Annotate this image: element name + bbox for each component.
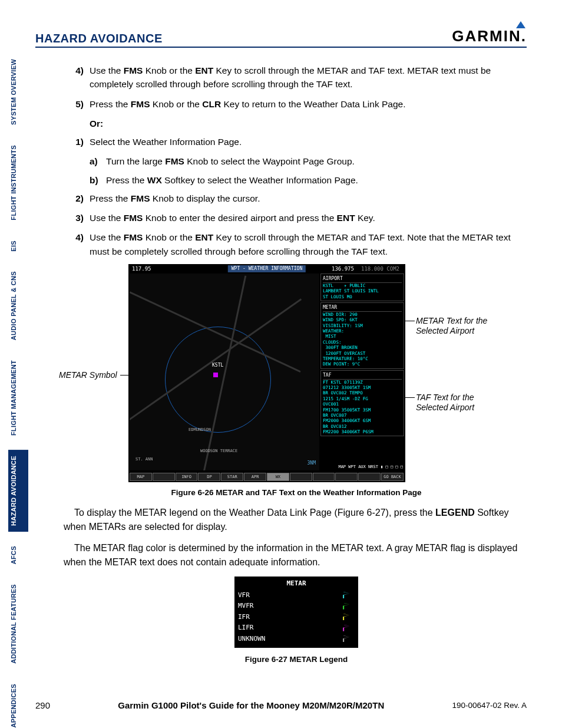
legend-row-lifr: LIFR <box>238 622 355 634</box>
nav-tab-afcs[interactable]: AFCS <box>8 540 28 570</box>
step-text: Press the FMS Knob to display the cursor… <box>90 192 523 205</box>
legend-row-unknown: UNKNOWN <box>238 634 355 645</box>
step: 4)Use the FMS Knob or the ENT Key to scr… <box>70 64 523 91</box>
step-number: 3) <box>70 211 90 225</box>
taf-box: TAF FT KSTL 071139Z 071212 33005KT 1SM B… <box>320 370 404 437</box>
substep-text: Press the WX Softkey to select the Weath… <box>106 173 358 187</box>
taf-header: TAF <box>323 372 402 380</box>
freq-right1: 136.975 <box>329 265 356 274</box>
freq-left: 117.95 <box>130 265 154 274</box>
info-sidebar: AIRPORT KSTL ✈ PUBLIC LAMBERT ST LOUIS I… <box>320 274 404 470</box>
page-header: HAZARD AVOIDANCE GARMIN. <box>35 27 527 48</box>
map-display: KSTL EDMUNDSON WOODSON TERRACE ST. ANN 3… <box>130 274 319 470</box>
callout-taf-text: TAF Text for the Selected Airport <box>416 393 504 413</box>
page-number: 290 <box>35 700 50 710</box>
logo-dot: . <box>521 27 527 45</box>
legend-label: LIFR <box>238 623 254 633</box>
section-title: HAZARD AVOIDANCE <box>35 32 163 45</box>
page-footer: 290 Garmin G1000 Pilot's Guide for the M… <box>35 700 527 710</box>
map-label: WOODSON TERRACE <box>200 448 237 454</box>
legend-label: VFR <box>238 591 250 601</box>
footer-revision: 190-00647-02 Rev. A <box>452 701 527 710</box>
flag-icon <box>343 614 350 620</box>
substep-letter: b) <box>90 173 106 187</box>
figure-626-caption: Figure 6-26 METAR and TAF Text on the We… <box>64 487 529 499</box>
softkey-info: INFO <box>176 473 198 481</box>
airport-name: LAMBERT ST LOUIS INTL <box>323 288 402 294</box>
nav-tab-audio-panel-cns[interactable]: AUDIO PANEL & CNS <box>8 265 28 346</box>
flag-icon <box>343 625 350 631</box>
airport-code: KSTL <box>323 283 333 288</box>
softkey-dp: DP <box>198 473 220 481</box>
range-ring <box>165 327 271 433</box>
softkey-wx: WX <box>267 473 289 481</box>
callout-metar-symbol: METAR Symbol <box>59 370 117 380</box>
nav-tab-eis[interactable]: EIS <box>8 235 28 258</box>
flag-icon <box>343 603 350 610</box>
softkey-star: STAR <box>221 473 243 481</box>
softkey-blank <box>313 473 335 481</box>
substep-text: Turn the large FMS Knob to select the Wa… <box>106 154 355 168</box>
legend-title: METAR <box>238 579 355 589</box>
airport-type: PUBLIC <box>349 283 365 288</box>
step-text: Use the FMS Knob to enter the desired ai… <box>90 211 523 225</box>
side-tabs: SYSTEM OVERVIEWFLIGHT INSTRUMENTSEISAUDI… <box>8 53 28 728</box>
nav-tab-system-overview[interactable]: SYSTEM OVERVIEW <box>8 53 28 131</box>
step-text: Press the FMS Knob or the CLR Key to ret… <box>90 97 523 111</box>
figure-626-wrap: METAR Symbol METAR Text for the Selected… <box>64 264 529 499</box>
step: 2)Press the FMS Knob to display the curs… <box>70 192 523 205</box>
legend-row-ifr: IFR <box>238 612 355 623</box>
or-label: Or: <box>90 117 523 130</box>
figure-627-caption: Figure 6-27 METAR Legend <box>234 654 358 666</box>
step-number: 2) <box>70 192 90 205</box>
step: 5)Press the FMS Knob or the CLR Key to r… <box>70 97 523 111</box>
substep: a)Turn the large FMS Knob to select the … <box>90 154 523 168</box>
step: 3)Use the FMS Knob to enter the desired … <box>70 211 523 225</box>
nav-tab-additional-features[interactable]: ADDITIONAL FEATURES <box>8 578 28 670</box>
airport-label-kstl: KSTL <box>212 362 223 369</box>
metar-legend-box: METAR VFRMVFRIFRLIFRUNKNOWN <box>234 577 358 648</box>
paragraph-legend: To display the METAR legend on the Weath… <box>64 506 523 534</box>
softkey-blank <box>358 473 381 481</box>
metar-flag-icon <box>213 373 218 377</box>
logo-triangle-icon <box>516 21 525 28</box>
metar-header: METAR <box>323 304 402 312</box>
step-text: Select the Weather Information Page. <box>90 135 523 149</box>
logo-text: GARMIN <box>452 27 521 45</box>
content-area: 4)Use the FMS Knob or the ENT Key to scr… <box>70 64 523 666</box>
softkey-apr: APR <box>244 473 266 481</box>
step-number: 4) <box>70 230 90 258</box>
step-number: 1) <box>70 135 90 149</box>
metar-box: METAR WIND DIR: 290 WIND SPD: 6KT VISIBI… <box>320 302 404 369</box>
step: 4)Use the FMS Knob or the ENT Key to scr… <box>70 230 523 258</box>
map-label: EDMUNDSON <box>189 427 211 433</box>
freq-right2: 118.000 COM2 <box>359 265 402 274</box>
airport-box: AIRPORT KSTL ✈ PUBLIC LAMBERT ST LOUIS I… <box>320 274 404 301</box>
callout-metar-text: METAR Text for the Selected Airport <box>416 316 504 336</box>
flag-icon <box>343 635 350 642</box>
figure-image-wx-page: 117.95 WPT - WEATHER INFORMATION 136.975… <box>128 264 405 482</box>
fig-topbar: 117.95 WPT - WEATHER INFORMATION 136.975… <box>130 265 404 274</box>
figure-627-wrap: METAR VFRMVFRIFRLIFRUNKNOWN Figure 6-27 … <box>234 577 358 666</box>
legend-row-vfr: VFR <box>238 590 355 601</box>
softkey-blank <box>153 473 175 481</box>
substep-letter: a) <box>90 154 106 168</box>
nav-tab-hazard-avoidance[interactable]: HAZARD AVOIDANCE <box>8 450 28 532</box>
map-scale: 3NM <box>308 460 316 467</box>
paragraph-flag-color: The METAR flag color is determined by th… <box>64 541 523 569</box>
airport-header: AIRPORT <box>323 275 402 283</box>
page-group-status: MAP WPT AUX NRST ▮ □ □ □ □ <box>338 464 403 470</box>
nav-tab-flight-management[interactable]: FLIGHT MANAGEMENT <box>8 354 28 442</box>
page-title-bar: WPT - WEATHER INFORMATION <box>228 265 306 272</box>
nav-tab-flight-instruments[interactable]: FLIGHT INSTRUMENTS <box>8 139 28 226</box>
footer-title: Garmin G1000 Pilot's Guide for the Moone… <box>118 700 384 710</box>
step-text: Use the FMS Knob or the ENT Key to scrol… <box>90 64 523 91</box>
taf-text: FT KSTL 071139Z 071212 33005KT 1SM BR OV… <box>323 380 402 435</box>
nav-tab-appendices[interactable]: APPENDICES <box>8 678 28 728</box>
softkey-blank <box>335 473 358 481</box>
step-number: 4) <box>70 64 90 91</box>
garmin-logo: GARMIN. <box>452 27 527 45</box>
step-number: 5) <box>70 97 90 111</box>
legend-label: IFR <box>238 612 250 622</box>
softkey-bar: MAPINFODPSTARAPRWXGO BACK <box>130 473 404 481</box>
